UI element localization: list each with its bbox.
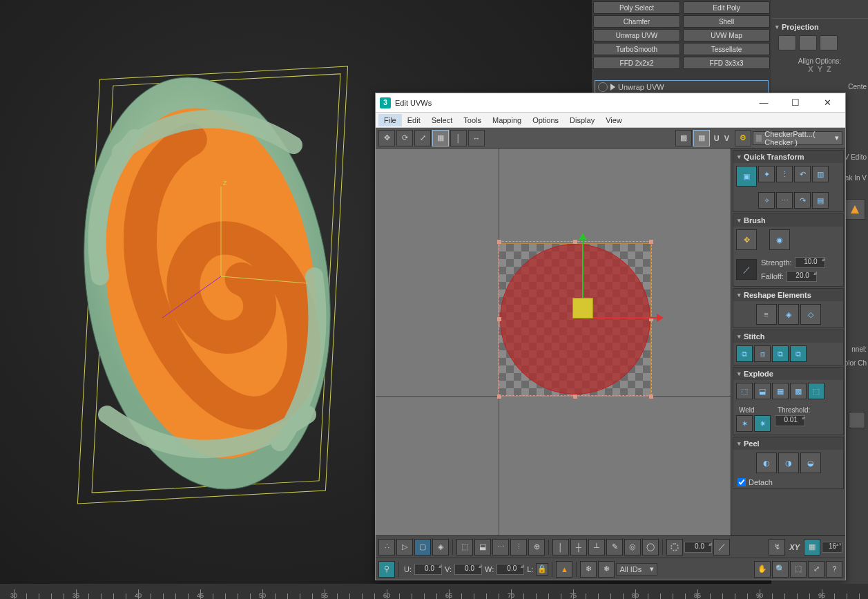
viewport-object[interactable]: z: [79, 69, 335, 497]
menu-mapping[interactable]: Mapping: [487, 114, 527, 126]
explode-icon[interactable]: ⬓: [754, 383, 771, 399]
uv-handle[interactable]: [649, 240, 653, 244]
reshape-icon[interactable]: ◈: [778, 304, 799, 325]
v-spinner[interactable]: 0.0: [454, 564, 482, 575]
gizmo-pivot[interactable]: [572, 298, 593, 318]
uv-handle[interactable]: [497, 317, 501, 321]
qt-icon[interactable]: ▤: [812, 192, 829, 209]
minimize-button[interactable]: —: [750, 93, 778, 113]
explode-icon[interactable]: ▩: [790, 383, 807, 399]
id-filter-dropdown[interactable]: All IDs ▾: [616, 563, 657, 576]
close-button[interactable]: ✕: [813, 93, 841, 113]
peel-icon[interactable]: ◒: [800, 453, 821, 473]
falloff-spinner[interactable]: 20.0: [787, 271, 817, 282]
stitch-icon[interactable]: ⧉: [790, 345, 807, 362]
maximize-button[interactable]: ☐: [782, 93, 809, 113]
loop-icon[interactable]: ◯: [642, 539, 659, 555]
lock-icon[interactable]: 🔒: [536, 563, 548, 576]
mod-btn[interactable]: Edit Poly: [683, 1, 770, 14]
snap-icon[interactable]: │: [552, 539, 569, 555]
uv-handle[interactable]: [497, 394, 501, 399]
explode-icon[interactable]: ▦: [772, 383, 789, 399]
w-spinner[interactable]: 0.0: [496, 564, 524, 575]
zoom-region-icon[interactable]: ⬚: [790, 561, 807, 578]
explode-icon[interactable]: ⬚: [808, 383, 824, 399]
select-mode-icon[interactable]: ⬓: [474, 539, 491, 555]
mirror-tool-icon[interactable]: ↔: [468, 130, 485, 146]
reshape-icon[interactable]: ◇: [800, 304, 821, 325]
weld-icon[interactable]: ✶: [736, 415, 753, 432]
align-tool-icon[interactable]: ▣: [736, 166, 757, 187]
menu-file[interactable]: File: [378, 114, 402, 126]
stitch-icon[interactable]: ⧉: [772, 345, 789, 362]
explode-header[interactable]: Explode: [733, 368, 843, 380]
uv-canvas[interactable]: [376, 149, 731, 535]
transform-type-icon[interactable]: ⚲: [378, 561, 395, 578]
falloff-icon[interactable]: ／: [713, 539, 730, 555]
mod-btn[interactable]: Chamfer: [593, 15, 680, 28]
time-ruler[interactable]: 3035404550556065707580859095: [0, 584, 868, 599]
mirror-tool-icon[interactable]: │: [450, 130, 467, 146]
menu-display[interactable]: Display: [564, 114, 600, 126]
uv-selection-marquee[interactable]: [499, 241, 652, 396]
visibility-toggle-icon[interactable]: [598, 82, 608, 92]
element-subobj-icon[interactable]: ◈: [432, 539, 449, 555]
brush-icon[interactable]: ✎: [606, 539, 623, 555]
gizmo-x-axis[interactable]: [593, 317, 658, 318]
mod-btn[interactable]: Shell: [683, 15, 770, 28]
mod-btn[interactable]: Unwrap UVW: [593, 29, 680, 41]
qt-icon[interactable]: ✧: [758, 192, 775, 209]
ring-icon[interactable]: ◎: [624, 539, 641, 555]
cylindrical-projection-icon[interactable]: [799, 35, 817, 50]
uv-handle[interactable]: [649, 394, 653, 399]
help-icon[interactable]: ？: [826, 561, 842, 578]
menu-tools[interactable]: Tools: [458, 114, 487, 126]
options-icon[interactable]: ⚙: [735, 130, 751, 146]
edge-subobj-icon[interactable]: ▷: [396, 539, 413, 555]
mod-btn[interactable]: FFD 3x3x3: [683, 57, 770, 69]
projection-rollout-header[interactable]: Projection: [775, 21, 864, 32]
mod-btn[interactable]: Poly Select: [593, 1, 680, 14]
paint-relax-icon[interactable]: ◉: [769, 229, 790, 250]
vertex-subobj-icon[interactable]: ∴: [378, 539, 395, 555]
qt-icon[interactable]: ✦: [758, 166, 775, 182]
grid-snap-icon[interactable]: ▦: [804, 539, 820, 555]
uv-handle[interactable]: [497, 240, 501, 244]
qt-icon[interactable]: ↷: [794, 192, 811, 209]
paint-move-icon[interactable]: ✥: [736, 229, 757, 250]
stitch-header[interactable]: Stitch: [733, 330, 843, 343]
menu-view[interactable]: View: [600, 114, 628, 126]
align-x-button[interactable]: X: [808, 65, 813, 73]
mod-btn[interactable]: TurboSmooth: [593, 43, 680, 55]
detach-checkbox-input[interactable]: [737, 478, 746, 486]
peel-icon[interactable]: ◑: [778, 453, 799, 473]
uv-handle[interactable]: [573, 240, 577, 244]
qt-icon[interactable]: ▥: [812, 166, 829, 182]
pan-icon[interactable]: ✋: [754, 561, 771, 578]
menu-options[interactable]: Options: [527, 114, 564, 126]
grid-options-icon[interactable]: ▩: [675, 130, 692, 146]
axis-icon[interactable]: ↯: [769, 539, 785, 555]
select-mode-icon[interactable]: ⋮: [510, 539, 527, 555]
snap-icon[interactable]: ┴: [588, 539, 605, 555]
planar-projection-icon[interactable]: [778, 35, 796, 50]
threshold-spinner[interactable]: 0.01: [775, 415, 805, 426]
tweak-button[interactable]: [845, 199, 865, 220]
reshape-header[interactable]: Reshape Elements: [733, 289, 843, 301]
freeform-tool-icon[interactable]: ▦: [432, 130, 449, 146]
qt-icon[interactable]: ⋮: [776, 166, 793, 182]
zoom-extents-icon[interactable]: ⤢: [808, 561, 824, 578]
rotate-tool-icon[interactable]: ⟳: [396, 130, 413, 146]
grid-options-icon[interactable]: ▦: [693, 130, 710, 146]
select-mode-icon[interactable]: ⬚: [456, 539, 473, 555]
align-y-button[interactable]: Y: [818, 65, 822, 73]
quick-transform-header[interactable]: Quick Transform: [733, 151, 843, 163]
expand-icon[interactable]: [610, 84, 615, 91]
move-tool-icon[interactable]: ✥: [378, 130, 395, 146]
peel-header[interactable]: Peel: [733, 437, 843, 450]
detach-checkbox[interactable]: Detach: [733, 476, 843, 488]
qt-icon[interactable]: ↶: [794, 166, 811, 182]
brush-falloff-icon[interactable]: ／: [736, 259, 757, 280]
strength-spinner[interactable]: 10.0: [795, 257, 825, 268]
peel-icon[interactable]: ◐: [756, 453, 777, 473]
